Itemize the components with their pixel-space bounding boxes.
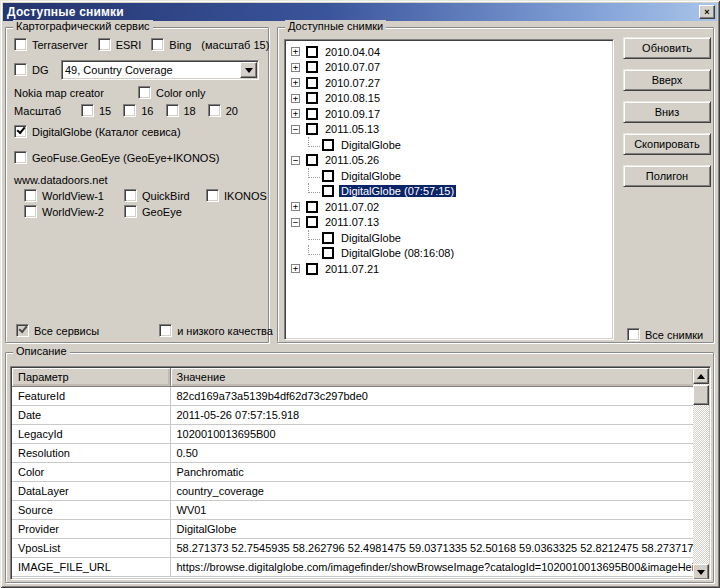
down-button[interactable]: Вниз: [623, 101, 711, 123]
tree-item-label[interactable]: 2011.07.13: [323, 216, 381, 228]
scale-16-checkbox[interactable]: [123, 104, 136, 117]
tree-item[interactable]: + 2010.08.15: [289, 91, 611, 107]
tree-item-label[interactable]: 2011.05.13: [323, 123, 381, 135]
ikonos-checkbox[interactable]: [206, 189, 219, 202]
collapse-icon[interactable]: −: [291, 218, 300, 227]
table-row[interactable]: FeatureId 82cd169a73a5139b4df62d73c297bd…: [12, 386, 695, 405]
tree-item-label[interactable]: 2010.09.17: [323, 108, 382, 120]
dg-checkbox[interactable]: [14, 63, 27, 76]
close-button[interactable]: ×: [699, 5, 715, 19]
table-row[interactable]: Date 2011-05-26 07:57:15.918: [12, 405, 695, 424]
tree-item[interactable]: + 2010.07.07: [289, 60, 611, 76]
geofuse-checkbox[interactable]: [14, 151, 27, 164]
table-row[interactable]: VposList 58.271373 52.7545935 58.262796 …: [12, 538, 695, 557]
table-row[interactable]: DataLayer country_coverage: [12, 481, 695, 500]
tree-item-checkbox[interactable]: [306, 263, 318, 275]
tree-item-checkbox[interactable]: [322, 232, 334, 244]
tree-item-checkbox[interactable]: [306, 154, 318, 166]
all-snapshots-checkbox[interactable]: [627, 328, 640, 341]
tree-item[interactable]: DigitalGlobe (08:16:08): [289, 246, 611, 262]
worldview1-checkbox[interactable]: [24, 189, 37, 202]
tree-item-label[interactable]: DigitalGlobe: [339, 170, 403, 182]
tree-item-checkbox[interactable]: [322, 170, 334, 182]
expand-icon[interactable]: +: [291, 94, 300, 103]
tree-item-label[interactable]: 2011.07.21: [323, 263, 381, 275]
quickbird-checkbox[interactable]: [124, 189, 137, 202]
worldview2-checkbox[interactable]: [24, 205, 37, 218]
scrollbar-thumb[interactable]: [693, 385, 709, 405]
tree-item-checkbox[interactable]: [306, 46, 318, 58]
tree-item-checkbox[interactable]: [322, 139, 334, 151]
color-only-checkbox[interactable]: [138, 86, 151, 99]
tree-item-label[interactable]: 2011.05.26: [323, 154, 381, 166]
title-bar[interactable]: Доступные снимки ×: [3, 3, 717, 21]
tree-item-label[interactable]: 2010.07.27: [323, 77, 382, 89]
scale-18-checkbox[interactable]: [166, 104, 179, 117]
table-row[interactable]: Color Panchromatic: [12, 462, 695, 481]
table-row[interactable]: Provider DigitalGlobe: [12, 519, 695, 538]
tree-item[interactable]: + 2010.04.04: [289, 44, 611, 60]
expand-icon[interactable]: +: [291, 78, 300, 87]
bing-checkbox[interactable]: [151, 38, 164, 51]
table-scrollbar[interactable]: [693, 368, 709, 580]
collapse-icon[interactable]: −: [291, 125, 300, 134]
column-header-value[interactable]: Значение: [170, 368, 695, 386]
dg-layer-combobox[interactable]: 49, Country Coverage: [61, 60, 259, 80]
tree-item[interactable]: − 2011.05.26: [289, 153, 611, 169]
refresh-button[interactable]: Обновить: [623, 37, 711, 59]
tree-item-label[interactable]: DigitalGlobe: [339, 139, 403, 151]
snapshots-tree[interactable]: + 2010.04.04 + 2010.07.07 + 2010.07.27 +…: [284, 39, 614, 340]
tree-item-label[interactable]: 2011.07.02: [323, 201, 381, 213]
all-services-checkbox[interactable]: [16, 324, 29, 337]
tree-item-checkbox[interactable]: [322, 247, 334, 259]
terraserver-checkbox[interactable]: [14, 38, 27, 51]
tree-item[interactable]: DigitalGlobe: [289, 230, 611, 246]
tree-item-label[interactable]: 2010.08.15: [323, 92, 382, 104]
tree-item-label[interactable]: DigitalGlobe (08:16:08): [339, 247, 456, 259]
tree-item[interactable]: + 2011.07.21: [289, 261, 611, 277]
tree-item-checkbox[interactable]: [306, 77, 318, 89]
up-button[interactable]: Вверх: [623, 69, 711, 91]
tree-item-selected[interactable]: DigitalGlobe (07:57:15): [289, 184, 611, 200]
tree-item[interactable]: DigitalGlobe: [289, 168, 611, 184]
expand-icon[interactable]: +: [291, 47, 300, 56]
tree-item-checkbox[interactable]: [306, 61, 318, 73]
tree-item-checkbox[interactable]: [322, 185, 334, 197]
scroll-up-icon[interactable]: [693, 368, 709, 384]
copy-button[interactable]: Скопировать: [623, 133, 711, 155]
polygon-button[interactable]: Полигон: [623, 165, 711, 187]
column-header-parameter[interactable]: Параметр: [12, 368, 170, 386]
tree-item-checkbox[interactable]: [306, 216, 318, 228]
table-row[interactable]: Source WV01: [12, 500, 695, 519]
table-row[interactable]: LegacyId 1020010013695B00: [12, 424, 695, 443]
tree-item[interactable]: − 2011.05.13: [289, 122, 611, 138]
tree-item[interactable]: + 2011.07.02: [289, 199, 611, 215]
expand-icon[interactable]: +: [291, 63, 300, 72]
geoeye-checkbox[interactable]: [124, 205, 137, 218]
scale-15-checkbox[interactable]: [81, 104, 94, 117]
tree-item-checkbox[interactable]: [306, 92, 318, 104]
table-row[interactable]: IMAGE_FILE_URL https://browse.digitalglo…: [12, 557, 695, 576]
esri-checkbox[interactable]: [98, 38, 111, 51]
scroll-down-icon[interactable]: [693, 564, 709, 580]
tree-item-checkbox[interactable]: [306, 201, 318, 213]
tree-item-checkbox[interactable]: [306, 108, 318, 120]
tree-item-label[interactable]: 2010.04.04: [323, 46, 382, 58]
table-row[interactable]: Resolution 0.50: [12, 443, 695, 462]
digitalglobe-catalog-checkbox[interactable]: [14, 125, 27, 138]
expand-icon[interactable]: +: [291, 264, 300, 273]
tree-item-label[interactable]: DigitalGlobe (07:57:15): [339, 185, 456, 197]
tree-item[interactable]: DigitalGlobe: [289, 137, 611, 153]
tree-item[interactable]: − 2011.07.13: [289, 215, 611, 231]
scale-20-checkbox[interactable]: [208, 104, 221, 117]
tree-item[interactable]: + 2010.09.17: [289, 106, 611, 122]
chevron-down-icon[interactable]: [240, 62, 257, 78]
tree-item-label[interactable]: 2010.07.07: [323, 61, 382, 73]
tree-item-label[interactable]: DigitalGlobe: [339, 232, 403, 244]
expand-icon[interactable]: +: [291, 202, 300, 211]
tree-item[interactable]: + 2010.07.27: [289, 75, 611, 91]
expand-icon[interactable]: +: [291, 109, 300, 118]
low-quality-checkbox[interactable]: [159, 324, 172, 337]
tree-item-checkbox[interactable]: [306, 123, 318, 135]
collapse-icon[interactable]: −: [291, 156, 300, 165]
